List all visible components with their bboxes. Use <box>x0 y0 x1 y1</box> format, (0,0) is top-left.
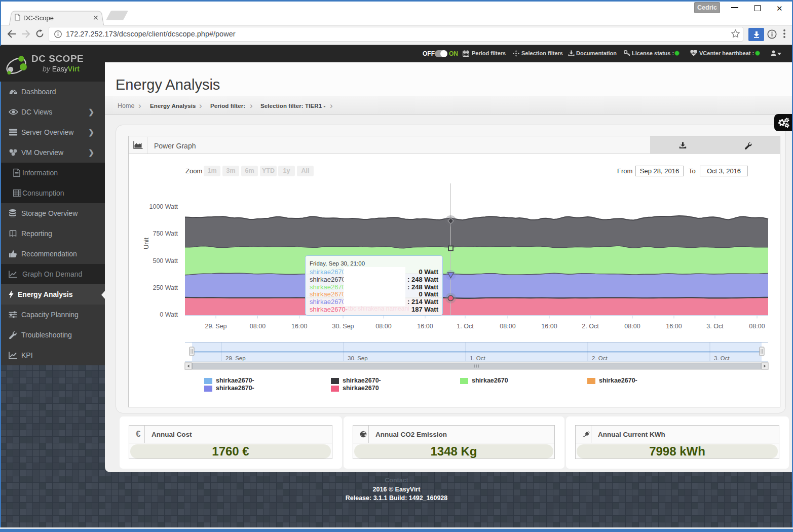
svg-text:30. Sep: 30. Sep <box>348 355 368 361</box>
svg-text:29. Sep: 29. Sep <box>225 355 246 361</box>
svg-text:2. Oct: 2. Oct <box>592 355 608 361</box>
svg-text:1. Oct: 1. Oct <box>470 355 485 361</box>
svg-text:3. Oct: 3. Oct <box>714 355 730 361</box>
